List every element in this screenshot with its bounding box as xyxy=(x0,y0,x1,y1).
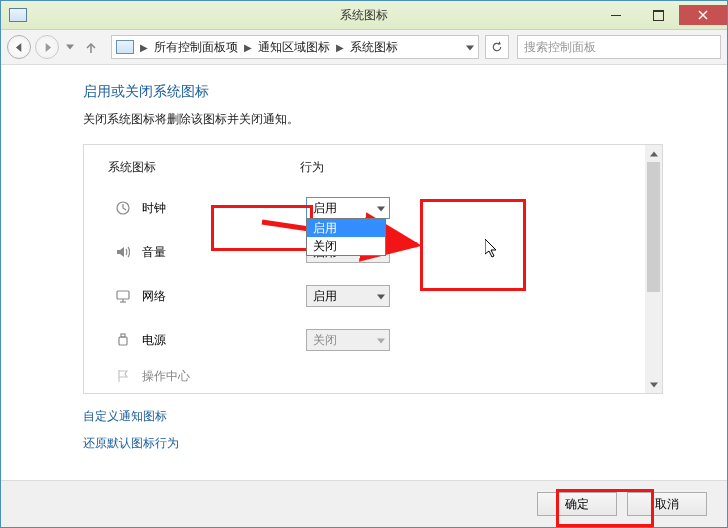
maximize-button[interactable] xyxy=(637,5,679,25)
chevron-down-icon xyxy=(377,201,385,215)
links: 自定义通知图标 还原默认图标行为 xyxy=(83,408,697,452)
select-dropdown: 启用 关闭 xyxy=(306,218,386,256)
svg-marker-6 xyxy=(466,46,474,51)
network-icon xyxy=(114,287,132,305)
rows: 时钟 启用 启用 关闭 xyxy=(84,176,645,390)
page-subheading: 关闭系统图标将删除该图标并关闭通知。 xyxy=(83,111,697,128)
item-label: 音量 xyxy=(142,244,166,261)
minimize-button[interactable] xyxy=(595,5,637,25)
search-placeholder: 搜索控制面板 xyxy=(524,39,596,56)
vertical-scrollbar[interactable] xyxy=(645,145,662,393)
page-heading: 启用或关闭系统图标 xyxy=(83,83,697,101)
behavior-select-network[interactable]: 启用 xyxy=(306,285,390,307)
icon-list-panel: 系统图标 行为 时钟 启用 启用 xyxy=(83,144,663,394)
breadcrumb-item[interactable]: 通知区域图标 xyxy=(258,39,330,56)
window-title: 系统图标 xyxy=(340,7,388,24)
control-panel-icon xyxy=(116,40,134,54)
footer: 确定 取消 xyxy=(1,480,727,527)
address-bar[interactable]: ▶ 所有控制面板项 ▶ 通知区域图标 ▶ 系统图标 xyxy=(111,35,479,59)
list-item-network: 网络 启用 xyxy=(108,274,621,318)
item-label: 操作中心 xyxy=(142,368,190,385)
close-button[interactable] xyxy=(679,5,727,25)
clock-icon xyxy=(114,199,132,217)
svg-marker-4 xyxy=(66,45,74,50)
scroll-down-button[interactable] xyxy=(645,376,662,393)
svg-marker-17 xyxy=(377,339,385,344)
cancel-button[interactable]: 取消 xyxy=(627,492,707,516)
up-button[interactable] xyxy=(81,41,101,53)
scroll-up-button[interactable] xyxy=(645,145,662,162)
breadcrumb-sep-icon: ▶ xyxy=(336,42,344,53)
svg-marker-19 xyxy=(650,151,658,156)
link-restore-defaults[interactable]: 还原默认图标行为 xyxy=(83,435,697,452)
list-item-power: 电源 关闭 xyxy=(108,318,621,362)
arrow-left-icon xyxy=(15,43,24,52)
select-value: 启用 xyxy=(313,200,337,217)
link-customize-icons[interactable]: 自定义通知图标 xyxy=(83,408,697,425)
refresh-icon xyxy=(491,41,503,53)
svg-marker-8 xyxy=(377,207,385,212)
close-icon xyxy=(698,10,708,20)
flag-icon xyxy=(114,367,132,385)
svg-rect-11 xyxy=(117,291,129,299)
breadcrumb-sep-icon: ▶ xyxy=(140,42,148,53)
behavior-select-power: 关闭 xyxy=(306,329,390,351)
panel-inner: 系统图标 行为 时钟 启用 启用 xyxy=(84,145,645,393)
select-value: 关闭 xyxy=(313,332,337,349)
breadcrumb-item[interactable]: 所有控制面板项 xyxy=(154,39,238,56)
col-icon-header: 系统图标 xyxy=(108,159,300,176)
svg-marker-3 xyxy=(45,43,50,52)
history-dropdown[interactable] xyxy=(63,44,77,50)
control-panel-icon xyxy=(9,8,27,22)
list-item-action-center: 操作中心 xyxy=(108,362,621,390)
ok-button[interactable]: 确定 xyxy=(537,492,617,516)
content: 启用或关闭系统图标 关闭系统图标将删除该图标并关闭通知。 系统图标 行为 时钟 … xyxy=(1,65,727,480)
list-item-clock: 时钟 启用 启用 关闭 xyxy=(108,186,621,230)
column-headers: 系统图标 行为 xyxy=(84,145,645,176)
scroll-thumb[interactable] xyxy=(647,162,660,292)
chevron-down-icon xyxy=(466,45,474,51)
item-label: 时钟 xyxy=(142,200,166,217)
col-behavior-header: 行为 xyxy=(300,159,324,176)
address-dropdown[interactable] xyxy=(466,40,474,54)
power-icon xyxy=(114,331,132,349)
back-button[interactable] xyxy=(7,35,31,59)
behavior-select-clock[interactable]: 启用 启用 关闭 xyxy=(306,197,390,219)
breadcrumb-item[interactable]: 系统图标 xyxy=(350,39,398,56)
item-label: 网络 xyxy=(142,288,166,305)
breadcrumb-sep-icon: ▶ xyxy=(244,42,252,53)
window: 系统图标 ▶ 所有控制面板项 ▶ 通知区域图标 ▶ 系 xyxy=(0,0,728,528)
svg-marker-20 xyxy=(650,382,658,387)
chevron-down-icon xyxy=(650,382,658,388)
arrow-right-icon xyxy=(43,43,52,52)
chevron-up-icon xyxy=(650,151,658,157)
svg-marker-2 xyxy=(15,43,20,52)
chevron-down-icon xyxy=(377,289,385,303)
refresh-button[interactable] xyxy=(485,35,509,59)
svg-marker-14 xyxy=(377,295,385,300)
svg-marker-9 xyxy=(117,247,124,257)
chevron-down-icon xyxy=(66,44,74,50)
option-enable[interactable]: 启用 xyxy=(307,219,385,237)
svg-rect-16 xyxy=(119,337,127,345)
search-input[interactable]: 搜索控制面板 xyxy=(517,35,721,59)
arrow-up-icon xyxy=(85,41,97,53)
forward-button[interactable] xyxy=(35,35,59,59)
window-controls xyxy=(595,5,727,25)
chevron-down-icon xyxy=(377,333,385,347)
speaker-icon xyxy=(114,243,132,261)
item-label: 电源 xyxy=(142,332,166,349)
select-value: 启用 xyxy=(313,288,337,305)
navbar: ▶ 所有控制面板项 ▶ 通知区域图标 ▶ 系统图标 搜索控制面板 xyxy=(1,30,727,65)
option-disable[interactable]: 关闭 xyxy=(307,237,385,255)
titlebar: 系统图标 xyxy=(1,1,727,30)
